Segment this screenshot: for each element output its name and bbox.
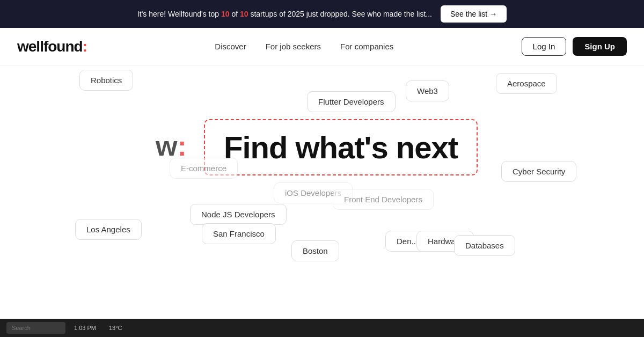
tag-san-francisco[interactable]: San Francisco <box>202 223 276 244</box>
see-the-list-button[interactable]: See the list → <box>441 5 507 23</box>
tag-nodejs-dev[interactable]: Node JS Developers <box>190 204 287 225</box>
banner-num1: 10 <box>221 10 230 18</box>
banner-prefix: It's here! Wellfound's top <box>137 10 221 18</box>
tag-cyber-security[interactable]: Cyber Security <box>501 161 576 182</box>
tag-robotics[interactable]: Robotics <box>79 70 133 91</box>
nav-job-seekers[interactable]: For job seekers <box>266 42 321 51</box>
taskbar: 1:03 PM 13°C <box>0 319 644 337</box>
nav-companies[interactable]: For companies <box>340 42 393 51</box>
tag-flutter-dev[interactable]: Flutter Developers <box>307 91 396 112</box>
login-button[interactable]: Log In <box>522 37 567 56</box>
wmark-letter: w <box>156 130 177 162</box>
banner-text: It's here! Wellfound's top 10 of 10 star… <box>137 10 432 18</box>
tag-ecommerce[interactable]: E-commerce <box>170 158 238 179</box>
taskbar-time: 1:03 PM <box>70 324 100 332</box>
logo-colon: : <box>83 38 87 55</box>
top-banner: It's here! Wellfound's top 10 of 10 star… <box>0 0 644 28</box>
nav-actions: Log In Sign Up <box>522 37 627 56</box>
banner-of: of <box>230 10 240 18</box>
logo-text: wellfound <box>17 38 83 55</box>
banner-num2: 10 <box>240 10 248 18</box>
logo[interactable]: wellfound: <box>17 38 87 55</box>
signup-button[interactable]: Sign Up <box>573 37 627 56</box>
tag-los-angeles[interactable]: Los Angeles <box>75 219 142 240</box>
nav-links: Discover For job seekers For companies <box>215 42 393 51</box>
tag-frontend-dev[interactable]: Front End Developers <box>333 189 434 210</box>
hero-box: Find what's next <box>204 119 478 175</box>
hero-headline: Find what's next <box>224 129 458 165</box>
tag-web3[interactable]: Web3 <box>406 80 449 101</box>
navbar: wellfound: Discover For job seekers For … <box>0 28 644 65</box>
tag-boston[interactable]: Boston <box>291 240 339 261</box>
tag-aerospace[interactable]: Aerospace <box>496 73 557 94</box>
main-area: w: Find what's next Robotics Flutter Dev… <box>0 65 644 337</box>
tag-databases[interactable]: Databases <box>454 235 515 256</box>
wmark-colon: : <box>177 130 186 162</box>
wmark: w: <box>156 130 187 162</box>
taskbar-search[interactable] <box>6 322 65 334</box>
taskbar-temp: 13°C <box>105 324 127 332</box>
nav-discover[interactable]: Discover <box>215 42 246 51</box>
banner-suffix: startups of 2025 just dropped. See who m… <box>248 10 432 18</box>
